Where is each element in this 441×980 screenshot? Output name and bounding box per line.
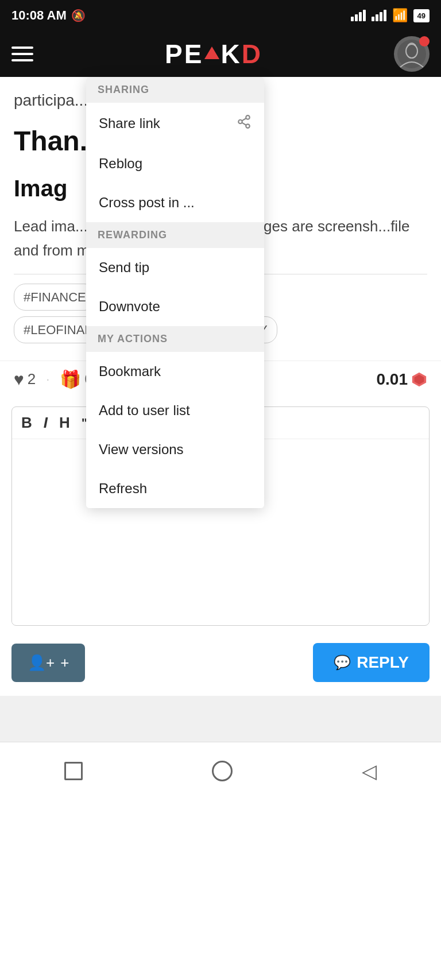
add-user-button[interactable]: 👤+ +: [11, 644, 85, 682]
bold-button[interactable]: B: [21, 414, 32, 432]
logo-text-peak: PE: [165, 38, 203, 69]
signal-icon-2: [372, 10, 386, 21]
heading-button[interactable]: H: [59, 414, 70, 432]
share-link-label: Share link: [99, 115, 160, 131]
hive-value: 0.01: [377, 370, 428, 389]
logo-text-d: D: [242, 38, 262, 69]
status-time: 10:08 AM 🔕: [11, 8, 86, 23]
svg-point-5: [238, 120, 242, 124]
cross-post-item[interactable]: Cross post in ...: [86, 183, 264, 222]
bottom-actions: 👤+ + 💬 REPLY: [0, 635, 441, 690]
send-tip-label: Send tip: [99, 259, 149, 276]
bookmark-item[interactable]: Bookmark: [86, 352, 264, 391]
battery-level: 49: [417, 11, 425, 20]
hamburger-menu[interactable]: [11, 47, 33, 61]
reply-button[interactable]: 💬 REPLY: [313, 643, 430, 682]
svg-point-4: [246, 115, 250, 119]
status-icons: 📶 49: [351, 8, 430, 23]
reblog-label: Reblog: [99, 156, 142, 172]
heart-count: 2: [28, 370, 36, 388]
dropdown-menu: SHARING Share link Reblog Cross post in …: [86, 77, 264, 508]
nav-square-icon[interactable]: [64, 762, 83, 780]
nav-bar: ◁: [0, 742, 441, 799]
tag-finance[interactable]: #FINANCE: [14, 284, 96, 311]
app-logo: PE K D: [165, 38, 262, 69]
signal-icon: [351, 10, 366, 21]
bookmark-label: Bookmark: [99, 363, 161, 379]
hive-amount: 0.01: [377, 370, 408, 389]
dot-sep-1: ·: [46, 372, 49, 387]
nav-back-icon[interactable]: ◁: [362, 760, 377, 783]
reply-icon: 💬: [334, 654, 351, 671]
add-to-user-list-label: Add to user list: [99, 402, 190, 419]
cross-post-label: Cross post in ...: [99, 195, 195, 211]
italic-button[interactable]: I: [44, 414, 48, 432]
svg-line-7: [242, 123, 246, 125]
send-tip-item[interactable]: Send tip: [86, 248, 264, 287]
add-to-user-list-item[interactable]: Add to user list: [86, 391, 264, 430]
time-label: 10:08 AM: [11, 8, 67, 23]
share-link-item[interactable]: Share link: [86, 103, 264, 144]
battery-icon: 49: [413, 9, 430, 22]
logo-text-k: K: [220, 38, 241, 69]
gift-icon: 🎁: [60, 369, 81, 389]
add-user-label: +: [60, 654, 69, 672]
heart-icon: ♥: [14, 370, 24, 389]
app-header: PE K D: [0, 31, 441, 77]
footer-bar: [0, 696, 441, 742]
view-versions-item[interactable]: View versions: [86, 430, 264, 469]
reblog-item[interactable]: Reblog: [86, 144, 264, 183]
wifi-icon: 📶: [392, 8, 408, 23]
refresh-item[interactable]: Refresh: [86, 469, 264, 508]
logo-triangle-icon: [204, 47, 219, 59]
rewarding-section-header: REWARDING: [86, 222, 264, 248]
svg-line-8: [242, 118, 246, 121]
heart-action[interactable]: ♥ 2: [14, 370, 36, 389]
add-user-icon: 👤+: [28, 654, 55, 672]
view-versions-label: View versions: [99, 441, 184, 458]
downvote-label: Downvote: [99, 299, 160, 315]
notification-dot: [419, 36, 430, 47]
user-avatar[interactable]: [394, 36, 430, 72]
svg-point-6: [246, 124, 250, 128]
nav-circle-icon[interactable]: [212, 761, 233, 781]
mute-icon: 🔕: [71, 9, 86, 22]
my-actions-section-header: MY ACTIONS: [86, 326, 264, 352]
status-bar: 10:08 AM 🔕 📶 49: [0, 0, 441, 31]
reply-label: REPLY: [357, 653, 409, 672]
downvote-item[interactable]: Downvote: [86, 287, 264, 326]
refresh-label: Refresh: [99, 481, 147, 497]
sharing-section-header: SHARING: [86, 77, 264, 103]
share-icon: [237, 114, 252, 133]
hive-logo-icon: [411, 371, 427, 388]
